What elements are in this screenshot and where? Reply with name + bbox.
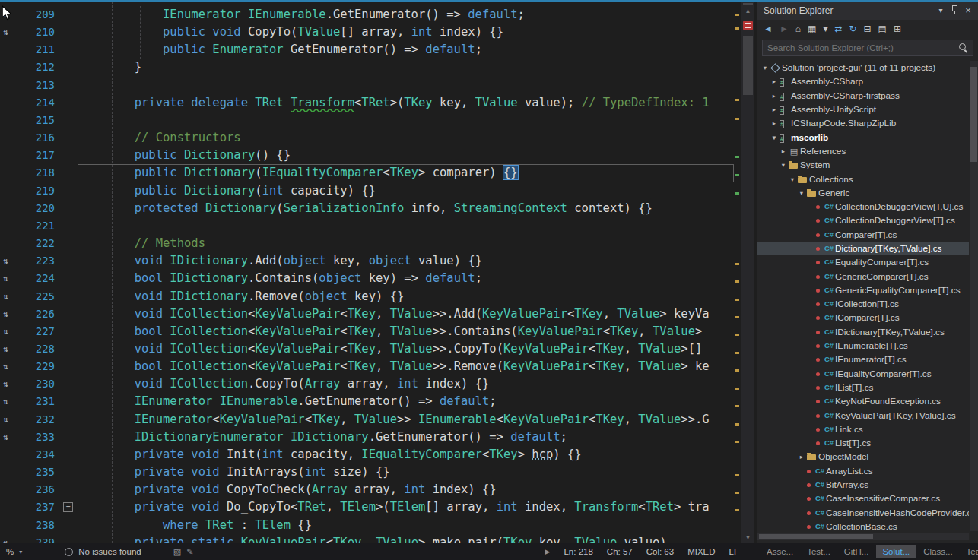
code-line[interactable]: ⇅239 private static KeyValuePair<TKey, T…	[0, 534, 734, 543]
gutter-reference-icon[interactable]: ⇅	[0, 305, 21, 323]
line-number[interactable]: 223	[21, 252, 58, 270]
tree-item[interactable]: ▾System	[757, 158, 969, 172]
line-number[interactable]: 225	[21, 288, 58, 305]
tree-item[interactable]: ▸#Assembly-UnityScript	[757, 103, 969, 116]
outlining-margin[interactable]	[58, 200, 78, 217]
code-text[interactable]	[78, 112, 734, 129]
tree-item[interactable]: C#List[T].cs	[757, 436, 969, 450]
code-line[interactable]: 217 public Dictionary() {}	[0, 147, 734, 164]
gutter-reference-icon[interactable]	[0, 517, 21, 534]
gutter-reference-icon[interactable]: ⇅	[0, 24, 21, 41]
outlining-margin[interactable]	[58, 77, 78, 94]
outlining-margin[interactable]	[58, 375, 78, 393]
code-line[interactable]: 218 public Dictionary(IEqualityComparer<…	[0, 164, 734, 182]
outlining-margin[interactable]	[58, 147, 78, 164]
line-number[interactable]: 235	[21, 464, 58, 481]
current-code-line[interactable]: public Dictionary(IEqualityComparer<TKey…	[78, 164, 734, 182]
tree-item[interactable]: C#Comparer[T].cs	[757, 228, 969, 242]
tool-tab[interactable]: Tea...	[961, 545, 978, 558]
line-number[interactable]: 233	[21, 429, 58, 446]
gutter-reference-icon[interactable]	[0, 200, 21, 217]
editor-vertical-scrollbar[interactable]: ▲ ▼	[741, 2, 754, 543]
chevron-down-icon[interactable]: ▾	[770, 134, 779, 141]
outlining-margin[interactable]	[58, 534, 78, 543]
code-text[interactable]: void IDictionary.Add(object key, object …	[78, 252, 734, 270]
code-text[interactable]: void ICollection.CopyTo(Array array, int…	[78, 375, 734, 393]
pencil-icon[interactable]: ✎	[186, 547, 193, 557]
code-line[interactable]: ⇅233 IDictionaryEnumerator IDictionary.G…	[0, 429, 734, 446]
tree-item[interactable]: C#CaseInsensitiveComparer.cs	[757, 492, 969, 505]
home-icon[interactable]: ⌂	[795, 24, 801, 34]
line-number[interactable]: 218	[21, 164, 58, 182]
code-line[interactable]: ⇅225 void IDictionary.Remove(object key)…	[0, 288, 734, 305]
gutter-reference-icon[interactable]	[0, 182, 21, 200]
code-text[interactable]: private void InitArrays(int size) {}	[78, 464, 734, 481]
zoom-level[interactable]: %	[6, 547, 14, 556]
outlining-margin[interactable]	[58, 94, 78, 112]
outlining-margin[interactable]	[58, 481, 78, 498]
line-number[interactable]: 212	[21, 59, 58, 76]
gutter-reference-icon[interactable]: ⇅	[0, 340, 21, 358]
tree-item[interactable]: C#CollectionDebuggerView[T,U].cs	[757, 200, 969, 214]
chevron-right-icon[interactable]: ▸	[797, 453, 806, 460]
code-text[interactable]: }	[78, 59, 734, 76]
code-text[interactable]: IEnumerator<KeyValuePair<TKey, TValue>> …	[78, 411, 734, 429]
status-character[interactable]: Ch: 57	[607, 547, 633, 556]
line-number[interactable]: 238	[21, 517, 58, 534]
tree-item[interactable]: ▸#Assembly-CSharp-firstpass	[757, 89, 969, 103]
sync-with-active-document-icon[interactable]: ⇄	[834, 24, 842, 34]
code-line[interactable]: 238 where TRet : TElem {}	[0, 517, 734, 534]
outlining-margin[interactable]	[58, 358, 78, 375]
scrollbar-thumb[interactable]	[743, 36, 753, 95]
pin-icon[interactable]	[948, 5, 961, 17]
search-icon[interactable]	[957, 42, 970, 54]
line-number[interactable]: 211	[21, 41, 58, 59]
outlining-margin[interactable]	[58, 41, 78, 59]
tree-vertical-scrollbar[interactable]	[970, 61, 978, 531]
line-number[interactable]: 220	[21, 200, 58, 217]
gutter-reference-icon[interactable]	[0, 41, 21, 59]
tree-item[interactable]: C#ICollection[T].cs	[757, 297, 969, 311]
window-position-icon[interactable]: ▾	[934, 5, 948, 17]
line-number[interactable]: 219	[21, 182, 58, 200]
code-line[interactable]: ⇅227 bool ICollection<KeyValuePair<TKey,…	[0, 323, 734, 340]
line-number[interactable]: 227	[21, 323, 58, 340]
forward-icon[interactable]: ►	[780, 24, 789, 34]
code-text[interactable]: // Methods	[78, 235, 734, 252]
code-text[interactable]: bool IDictionary.Contains(object key) =>…	[78, 270, 734, 287]
selection-mode-icon[interactable]: ▶	[545, 548, 551, 555]
outlining-margin[interactable]	[58, 6, 78, 24]
code-text[interactable]: void IDictionary.Remove(object key) {}	[78, 288, 734, 305]
tree-item[interactable]: C#ArrayList.cs	[757, 464, 969, 478]
tool-tab[interactable]: Test...	[801, 545, 837, 558]
switch-views-icon[interactable]: ▦	[808, 24, 816, 34]
gutter-reference-icon[interactable]	[0, 147, 21, 164]
scrollbar-thumb[interactable]	[759, 534, 873, 539]
outlining-margin[interactable]	[58, 112, 78, 129]
outlining-margin[interactable]: −	[58, 498, 78, 516]
line-number[interactable]: 231	[21, 393, 58, 410]
gutter-reference-icon[interactable]	[0, 59, 21, 76]
solution-explorer-titlebar[interactable]: Solution Explorer ▾ ×	[757, 2, 978, 20]
zoom-caret-icon[interactable]: ▾	[19, 549, 22, 555]
code-line[interactable]: 212 }	[0, 59, 734, 76]
line-number[interactable]: 213	[21, 77, 58, 94]
line-number[interactable]: 228	[21, 340, 58, 358]
code-text[interactable]: bool ICollection<KeyValuePair<TKey, TVal…	[78, 323, 734, 340]
outlining-margin[interactable]	[58, 164, 78, 182]
outlining-margin[interactable]	[58, 464, 78, 481]
fold-collapse-icon[interactable]: −	[63, 502, 73, 512]
gutter-reference-icon[interactable]: ⇅	[0, 375, 21, 393]
scroll-up-icon[interactable]: ▲	[741, 8, 754, 15]
tree-item[interactable]: ▾#mscorlib	[757, 130, 969, 144]
code-text[interactable]: IDictionaryEnumerator IDictionary.GetEnu…	[78, 429, 734, 446]
gutter-reference-icon[interactable]	[0, 129, 21, 147]
line-number[interactable]: 214	[21, 94, 58, 112]
code-text[interactable]: public Dictionary() {}	[78, 147, 734, 164]
code-text[interactable]: public Dictionary(int capacity) {}	[78, 182, 734, 200]
gutter-reference-icon[interactable]	[0, 235, 21, 252]
code-text[interactable]: private void Init(int capacity, IEqualit…	[78, 446, 734, 464]
tree-item[interactable]: C#CollectionDebuggerView[T].cs	[757, 214, 969, 227]
line-number[interactable]: 222	[21, 235, 58, 252]
tree-item[interactable]: C#IEnumerator[T].cs	[757, 353, 969, 366]
